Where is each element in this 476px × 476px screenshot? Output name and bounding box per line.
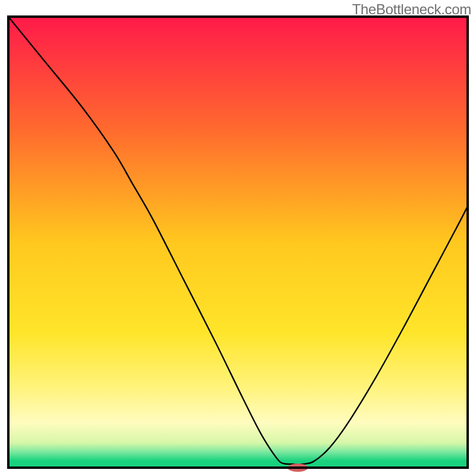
bottleneck-chart: TheBottleneck.com <box>0 0 476 476</box>
gradient-background <box>8 17 468 468</box>
chart-svg <box>0 0 476 476</box>
watermark-text: TheBottleneck.com <box>352 1 471 18</box>
